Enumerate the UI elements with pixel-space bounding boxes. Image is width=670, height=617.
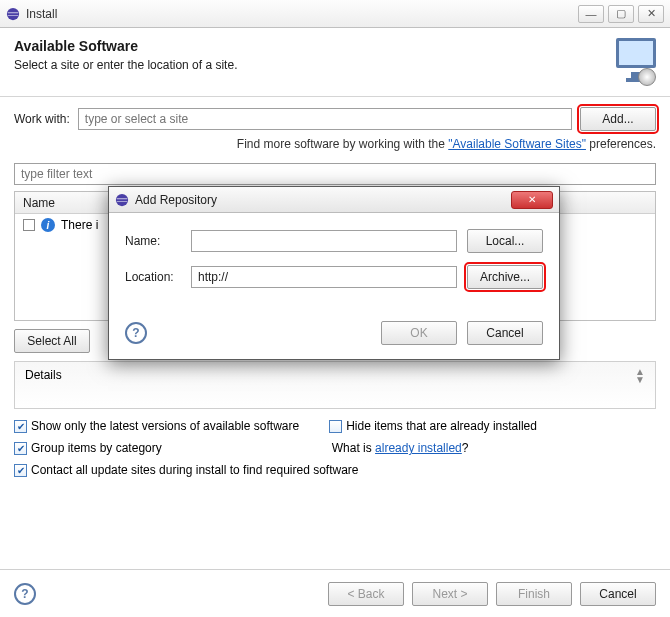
checkbox-group-category[interactable]: ✔ [14,442,27,455]
wizard-footer: ? < Back Next > Finish Cancel [0,569,670,617]
eclipse-icon [115,193,129,207]
work-with-input[interactable] [78,108,572,130]
name-label: Name: [125,234,181,248]
available-sites-link[interactable]: "Available Software Sites" [448,137,586,151]
details-panel: Details ▲▼ [14,361,656,409]
details-label: Details [25,368,62,382]
close-button[interactable]: ✕ [638,5,664,23]
window-title: Install [26,7,578,21]
name-input[interactable] [191,230,457,252]
cancel-button[interactable]: Cancel [580,582,656,606]
svg-point-0 [7,7,19,19]
details-expand-icon[interactable]: ▲▼ [635,368,645,384]
filter-input[interactable] [14,163,656,185]
wizard-header: Available Software Select a site or ente… [0,28,670,97]
add-repository-dialog: Add Repository ✕ Name: Local... Location… [108,186,560,360]
next-button[interactable]: Next > [412,582,488,606]
eclipse-icon [6,7,20,21]
window-titlebar: Install — ▢ ✕ [0,0,670,28]
dialog-close-button[interactable]: ✕ [511,191,553,209]
install-icon [608,38,656,86]
checkbox-hide-installed[interactable]: ✔ [329,420,342,433]
opt-hide-installed: Hide items that are already installed [346,419,537,433]
info-icon: i [41,218,55,232]
svg-point-1 [116,193,128,205]
minimize-button[interactable]: — [578,5,604,23]
maximize-button[interactable]: ▢ [608,5,634,23]
row-checkbox[interactable] [23,219,35,231]
select-all-button[interactable]: Select All [14,329,90,353]
page-subtitle: Select a site or enter the location of a… [14,58,608,72]
add-button[interactable]: Add... [580,107,656,131]
location-input[interactable] [191,266,457,288]
page-title: Available Software [14,38,608,54]
dialog-ok-button[interactable]: OK [381,321,457,345]
already-installed-link[interactable]: already installed [375,441,462,455]
opt-show-latest: Show only the latest versions of availab… [31,419,299,433]
hint-line: Find more software by working with the "… [14,137,656,151]
dialog-cancel-button[interactable]: Cancel [467,321,543,345]
dialog-title: Add Repository [135,193,511,207]
back-button[interactable]: < Back [328,582,404,606]
opt-group-category: Group items by category [31,441,162,455]
checkbox-contact-all[interactable]: ✔ [14,464,27,477]
finish-button[interactable]: Finish [496,582,572,606]
row-text: There i [61,218,98,232]
dialog-help-icon[interactable]: ? [125,322,147,344]
opt-contact-all: Contact all update sites during install … [31,463,359,477]
location-label: Location: [125,270,181,284]
local-button[interactable]: Local... [467,229,543,253]
help-icon[interactable]: ? [14,583,36,605]
work-with-label: Work with: [14,112,70,126]
archive-button[interactable]: Archive... [467,265,543,289]
checkbox-show-latest[interactable]: ✔ [14,420,27,433]
